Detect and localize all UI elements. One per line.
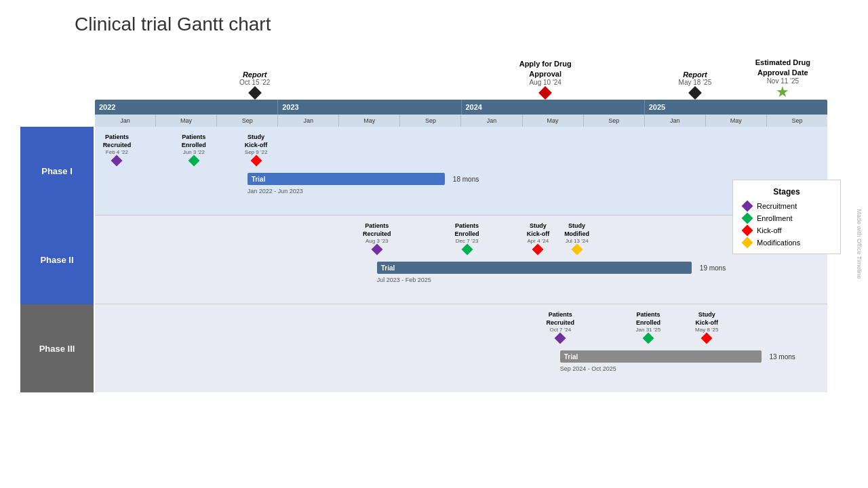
year-2024: 2024 <box>462 100 645 115</box>
phase2-gantt-bar: Trial 19 mons <box>377 262 692 274</box>
p2m3-diamond-icon <box>532 244 544 256</box>
phase3-marker-recruited: PatientsRecruited Oct 7 '24 <box>538 311 583 344</box>
legend-enrollment-label: Enrollment <box>757 214 793 222</box>
legend-item-enrollment: Enrollment <box>743 214 830 222</box>
phase3-label-text: Phase III <box>39 344 75 354</box>
phase3-row: Phase III PatientsRecruited Oct 7 '24 Pa… <box>95 304 827 392</box>
phase2-row: Phase II PatientsRecruited Aug 3 '23 Pat… <box>95 216 827 304</box>
page-title: Clinical trial Gantt chart <box>75 14 848 35</box>
timeline-header: 2022 2023 2024 2025 <box>95 100 827 115</box>
p3m2-diamond-icon <box>642 333 654 344</box>
phase1-label-text: Phase I <box>41 166 73 176</box>
p2m1-diamond-icon <box>371 244 382 256</box>
p3m3-diamond-icon <box>701 333 713 344</box>
phase1-bar-range: Jan 2022 - Jun 2023 <box>248 188 303 195</box>
months-row: Jan May Sep Jan May Sep Jan May Sep Jan … <box>95 115 827 127</box>
legend-recruitment-icon <box>742 201 753 212</box>
month-may24: May <box>523 115 584 127</box>
p2m4-label: StudyModified <box>557 222 597 238</box>
p2m2-diamond-icon <box>461 244 473 256</box>
month-may23: May <box>339 115 400 127</box>
phase2-marker-enrolled: PatientsEnrolled Dec 7 '23 <box>447 222 488 255</box>
phase1-content: PatientsRecruited Feb 4 '22 PatientsEnro… <box>95 127 827 215</box>
month-jan25: Jan <box>645 115 706 127</box>
legend-item-modifications: Modifications <box>743 239 830 247</box>
month-may25: May <box>706 115 767 127</box>
legend-kickoff-label: Kick-off <box>757 226 781 235</box>
report2-diamond-icon <box>688 86 702 100</box>
phase2-marker-modified: StudyModified Jul 13 '24 <box>557 222 597 255</box>
legend-modifications-label: Modifications <box>757 239 800 247</box>
month-jan23: Jan <box>278 115 339 127</box>
legend-kickoff-icon <box>742 225 753 237</box>
phase3-marker-enrolled: PatientsEnrolled Jan 31 '25 <box>626 311 670 344</box>
year-2023: 2023 <box>278 100 461 115</box>
phase1-marker-enrolled: PatientsEnrolled Jun 3 '22 <box>174 134 214 166</box>
p1m2-label: PatientsEnrolled <box>174 134 214 149</box>
phase1-row: Phase I PatientsRecruited Feb 4 '22 Pati… <box>95 127 827 216</box>
legend-enrollment-icon <box>742 213 753 224</box>
est-approval-star-icon: ★ <box>745 85 820 100</box>
p2m3-label: StudyKick-off <box>517 222 558 238</box>
phase2-bar-range: Jul 2023 - Feb 2025 <box>377 277 431 283</box>
month-jan24: Jan <box>461 115 522 127</box>
month-sep24: Sep <box>584 115 645 127</box>
p3m1-diamond-icon <box>555 333 566 344</box>
est-approval-label: Estimated DrugApproval Date <box>745 58 820 77</box>
report1-date: Oct 15 '22 <box>239 79 270 86</box>
milestone-report1: Report Oct 15 '22 <box>239 70 270 100</box>
p3m3-label: StudyKick-off <box>685 311 729 327</box>
phase3-bar-duration: 13 mons <box>769 353 795 361</box>
p1m1-label: PatientsRecruited <box>96 134 137 149</box>
page: Clinical trial Gantt chart Report Oct 15… <box>0 0 868 488</box>
month-sep25: Sep <box>767 115 827 127</box>
phase2-label: Phase II <box>20 216 94 304</box>
report1-label: Report <box>239 70 270 79</box>
p3m1-label: PatientsRecruited <box>538 311 583 327</box>
p1m1-diamond-icon <box>111 155 123 167</box>
phase3-bar-label: Trial <box>564 353 578 361</box>
month-sep23: Sep <box>400 115 461 127</box>
drug-approval-label: Apply for DrugApproval <box>511 59 579 79</box>
p1m2-diamond-icon <box>188 155 199 167</box>
phase1-marker-kickoff: StudyKick-off Sep 9 '22 <box>236 134 277 166</box>
phase1-marker-recruited: PatientsRecruited Feb 4 '22 <box>96 134 137 166</box>
report2-label: Report <box>679 70 712 79</box>
month-jan22: Jan <box>95 115 156 127</box>
phase2-bar-label: Trial <box>381 264 395 272</box>
milestone-report2: Report May 18 '25 <box>679 70 712 100</box>
p1m3-diamond-icon <box>250 155 262 167</box>
phase1-label: Phase I <box>20 127 94 216</box>
phase1-bar-duration: 18 mons <box>453 176 479 183</box>
phase1-bar-label: Trial <box>252 176 266 183</box>
phase3-gantt-bar: Trial 13 mons <box>560 350 762 363</box>
drug-approval-diamond-icon <box>538 86 552 100</box>
month-sep22: Sep <box>217 115 278 127</box>
legend-item-kickoff: Kick-off <box>743 226 830 235</box>
p3m2-label: PatientsEnrolled <box>626 311 670 327</box>
year-2025: 2025 <box>645 100 827 115</box>
phase3-bar-range: Sep 2024 - Oct 2025 <box>560 365 616 372</box>
year-2022-label: 2022 <box>99 103 115 111</box>
legend-recruitment-label: Recruitment <box>757 202 797 210</box>
made-with-text: Made with Office Timeline <box>856 209 863 279</box>
p2m2-label: PatientsEnrolled <box>447 222 488 238</box>
legend: Stages Recruitment Enrollment Kick-off M… <box>732 180 841 254</box>
p2m1-label: PatientsRecruited <box>357 222 397 238</box>
milestone-est-approval: Estimated DrugApproval Date Nov 11 '25 ★ <box>745 58 820 100</box>
phase3-content: PatientsRecruited Oct 7 '24 PatientsEnro… <box>95 304 827 392</box>
phase1-gantt-bar: Trial 18 mons <box>248 173 446 185</box>
legend-title: Stages <box>743 187 830 197</box>
month-may22: May <box>156 115 217 127</box>
milestone-drug-approval: Apply for DrugApproval Aug 10 '24 <box>511 59 579 100</box>
legend-modifications-icon <box>742 237 753 249</box>
phase2-marker-kickoff: StudyKick-off Apr 4 '24 <box>517 222 558 255</box>
p2m4-diamond-icon <box>571 244 583 256</box>
phase2-bar-duration: 19 mons <box>700 264 726 272</box>
phase3-label: Phase III <box>20 304 94 392</box>
year-2024-label: 2024 <box>466 103 482 111</box>
year-2025-label: 2025 <box>649 103 665 111</box>
p1m3-label: StudyKick-off <box>236 134 277 149</box>
report2-date: May 18 '25 <box>679 79 712 86</box>
drug-approval-date: Aug 10 '24 <box>511 79 579 86</box>
